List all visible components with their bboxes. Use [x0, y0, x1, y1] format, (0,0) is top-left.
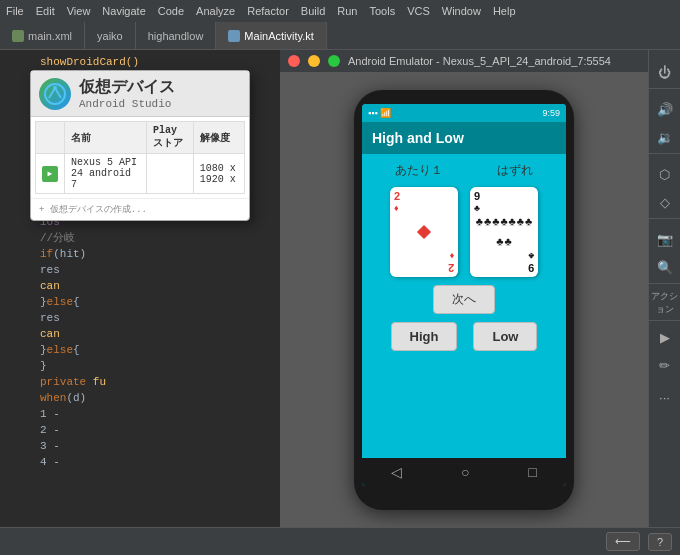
rotate-button[interactable]: ⬡	[653, 162, 677, 186]
power-button[interactable]: ⏻	[653, 60, 677, 84]
card-right: 9♣ ♣♣♣ ♣♣♣ ♣♣♣ 9♣	[470, 187, 538, 277]
card-left-rank-top: 2♦	[394, 191, 454, 213]
emulator-panel: Android Emulator - Nexus_5_API_24_androi…	[280, 50, 680, 527]
phone-container: ▪▪▪ 📶 9:59 High and Low	[280, 72, 648, 527]
status-time: 9:59	[542, 108, 560, 118]
label-hit: あたり１	[395, 162, 443, 179]
more-options-button[interactable]: ···	[653, 385, 677, 409]
emulator-title-bar: Android Emulator - Nexus_5_API_24_androi…	[280, 50, 648, 72]
device-name: Nexus 5 API 24 android 7	[65, 154, 147, 194]
emulator-toolbar: ⏻ 🔊 🔉 ⬡ ◇ 📷 🔍 アクション ▶ ✏ ···	[648, 50, 680, 527]
min-btn[interactable]	[308, 55, 320, 67]
card-left-rank-bottom: 2♦	[448, 251, 454, 273]
back-nav-icon[interactable]: ◁	[391, 464, 402, 480]
low-button[interactable]: Low	[473, 322, 537, 351]
signal-icon: ▪▪▪	[368, 108, 378, 118]
avd-table: 名前 Play ストア 解像度 ▶ Nexus 5 API 24 android…	[31, 117, 249, 198]
phone-screen: ▪▪▪ 📶 9:59 High and Low	[362, 104, 566, 486]
menu-view[interactable]: View	[67, 5, 91, 17]
menu-help[interactable]: Help	[493, 5, 516, 17]
wifi-icon: 📶	[380, 108, 391, 118]
menu-build[interactable]: Build	[301, 5, 325, 17]
phone-app-bar: High and Low	[362, 122, 566, 154]
run-action-button[interactable]: ▶	[653, 325, 677, 349]
high-button[interactable]: High	[391, 322, 458, 351]
menu-edit[interactable]: Edit	[36, 5, 55, 17]
menu-file[interactable]: File	[6, 5, 24, 17]
card-right-rank-bottom: 9♣	[528, 251, 534, 273]
code-editor[interactable]: showDroidCard() answerCard() //断 val ba …	[0, 50, 280, 527]
menu-run[interactable]: Run	[337, 5, 357, 17]
avd-footer[interactable]: + 仮想デバイスの作成...	[31, 198, 249, 220]
next-button[interactable]: 次へ	[433, 285, 495, 314]
card-left: 2♦ 2♦	[390, 187, 458, 277]
card-right-center: ♣♣♣ ♣♣♣ ♣♣♣	[474, 213, 534, 251]
avd-dialog: 仮想デバイス Android Studio 名前 Play ストア 解像度	[30, 70, 250, 221]
tab-highandlow[interactable]: highandlow	[136, 22, 217, 49]
menu-navigate[interactable]: Navigate	[102, 5, 145, 17]
menu-code[interactable]: Code	[158, 5, 184, 17]
phone-nav-bar: ◁ ○ □	[362, 458, 566, 486]
phone-content: あたり１ はずれ 2♦	[362, 154, 566, 458]
xml-icon	[12, 30, 24, 42]
card-left-center	[394, 213, 454, 251]
home-nav-icon[interactable]: ○	[461, 464, 469, 480]
volume-down-button[interactable]: 🔉	[653, 125, 677, 149]
col-res: 解像度	[193, 122, 244, 154]
zoom-button[interactable]: 🔍	[653, 255, 677, 279]
tab-mainactivity[interactable]: MainActivity.kt	[216, 22, 326, 49]
phone-status-bar: ▪▪▪ 📶 9:59	[362, 104, 566, 122]
avd-subtitle: Android Studio	[79, 98, 175, 110]
menu-refactor[interactable]: Refactor	[247, 5, 289, 17]
menu-window[interactable]: Window	[442, 5, 481, 17]
max-btn[interactable]	[328, 55, 340, 67]
top-menu-bar: File Edit View Navigate Code Analyze Ref…	[0, 0, 680, 22]
app-title: High and Low	[372, 130, 464, 146]
bottom-bar: ⟵ ?	[0, 527, 680, 555]
edit-action-button[interactable]: ✏	[653, 353, 677, 377]
diamond-center	[417, 224, 431, 238]
card-right-rank-top: 9♣	[474, 191, 534, 213]
avd-title: 仮想デバイス	[79, 77, 175, 98]
tab-bar: main.xml yaiko highandlow MainActivity.k…	[0, 22, 680, 50]
back-button[interactable]: ⟵	[606, 532, 640, 551]
card-labels: あたり１ はずれ	[368, 162, 560, 179]
device-resolution: 1080 x 1920 x	[193, 154, 244, 194]
help-button[interactable]: ?	[648, 533, 672, 551]
menu-vcs[interactable]: VCS	[407, 5, 430, 17]
recents-nav-icon[interactable]: □	[528, 464, 536, 480]
main-content: showDroidCard() answerCard() //断 val ba …	[0, 50, 680, 527]
tab-yaiko[interactable]: yaiko	[85, 22, 136, 49]
menu-tools[interactable]: Tools	[369, 5, 395, 17]
emulator-window: Android Emulator - Nexus_5_API_24_androi…	[280, 50, 648, 527]
svg-point-1	[53, 86, 57, 90]
label-miss: はずれ	[497, 162, 533, 179]
rotate-left-button[interactable]: ◇	[653, 190, 677, 214]
menu-analyze[interactable]: Analyze	[196, 5, 235, 17]
col-name: 名前	[65, 122, 147, 154]
device-row[interactable]: ▶ Nexus 5 API 24 android 7 1080 x 1920 x	[36, 154, 245, 194]
actions-label: アクション	[649, 288, 680, 321]
android-studio-logo	[39, 78, 71, 110]
emulator-title: Android Emulator - Nexus_5_API_24_androi…	[348, 55, 611, 67]
phone-frame: ▪▪▪ 📶 9:59 High and Low	[354, 90, 574, 510]
avd-dialog-header: 仮想デバイス Android Studio	[31, 71, 249, 117]
kt-icon	[228, 30, 240, 42]
camera-button[interactable]: 📷	[653, 227, 677, 251]
play-icon[interactable]: ▶	[42, 166, 58, 182]
game-buttons: High Low	[391, 322, 538, 351]
cards-row: 2♦ 2♦ 9♣ ♣♣♣	[390, 187, 538, 277]
col-store: Play ストア	[147, 122, 194, 154]
tab-main-xml[interactable]: main.xml	[0, 22, 85, 49]
volume-up-button[interactable]: 🔊	[653, 97, 677, 121]
close-btn[interactable]	[288, 55, 300, 67]
